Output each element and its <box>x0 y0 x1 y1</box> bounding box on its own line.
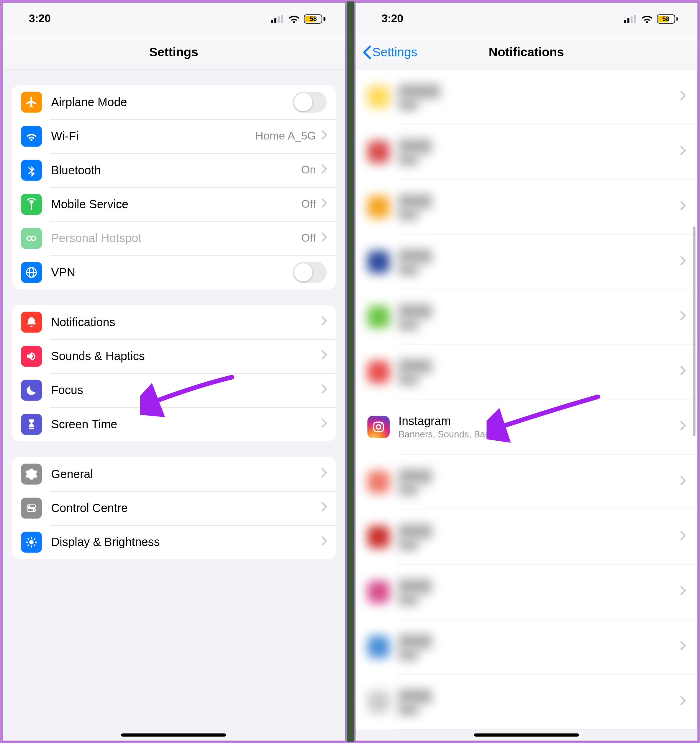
back-button[interactable]: Settings <box>362 35 417 69</box>
battery-icon: 58 <box>657 14 677 24</box>
row-vpn[interactable]: VPN <box>12 255 336 289</box>
page-title: Notifications <box>489 45 564 59</box>
row-notifications[interactable]: Notifications <box>12 305 336 339</box>
status-bar: 3:20 58 <box>355 3 697 35</box>
chevron-right-icon <box>321 418 327 430</box>
settings-content[interactable]: Airplane Mode Wi-Fi Home A_5G Bluetooth … <box>3 69 345 740</box>
row-label: Bluetooth <box>51 163 301 177</box>
bt-value: On <box>301 164 316 177</box>
chevron-right-icon <box>321 199 327 210</box>
cellular-icon <box>271 15 285 23</box>
row-controlcentre[interactable]: Control Centre <box>12 491 336 525</box>
brightness-icon <box>21 532 42 553</box>
row-focus[interactable]: Focus <box>12 373 336 407</box>
svg-point-6 <box>32 236 36 241</box>
row-wifi[interactable]: Wi-Fi Home A_5G <box>12 119 336 153</box>
app-row-blurred[interactable]: ███████ <box>355 289 697 344</box>
row-screentime[interactable]: Screen Time <box>12 407 336 441</box>
chevron-right-icon <box>680 146 686 158</box>
home-indicator[interactable] <box>474 733 579 736</box>
chevron-right-icon <box>680 586 686 598</box>
app-row-blurred[interactable]: ███████ <box>355 675 697 730</box>
chevron-right-icon <box>321 350 327 362</box>
bell-icon <box>21 312 42 333</box>
home-indicator[interactable] <box>121 733 226 736</box>
switches-icon <box>21 497 42 518</box>
app-row-blurred[interactable]: ███████ <box>355 345 697 399</box>
svg-point-12 <box>33 509 35 511</box>
chevron-right-icon <box>680 476 686 488</box>
scroll-indicator[interactable] <box>693 227 695 436</box>
row-label: Control Centre <box>51 501 321 515</box>
chevron-right-icon <box>680 256 686 268</box>
cellular-icon <box>624 15 637 23</box>
globe-icon <box>21 262 42 283</box>
antenna-icon <box>21 194 42 215</box>
row-hotspot[interactable]: Personal Hotspot Off <box>12 221 336 255</box>
row-label: VPN <box>51 266 292 279</box>
back-label: Settings <box>372 45 417 59</box>
gear-icon <box>21 464 42 485</box>
instagram-icon <box>367 416 389 438</box>
hotspot-icon <box>21 228 42 249</box>
svg-rect-1 <box>275 18 277 23</box>
hotspot-value: Off <box>301 232 316 245</box>
notifications-group: Notifications Sounds & Haptics Focus <box>12 305 336 442</box>
app-row-blurred[interactable]: ███████ <box>355 179 697 234</box>
app-row-blurred[interactable]: ███████ <box>355 125 697 179</box>
row-display[interactable]: Display & Brightness <box>12 525 336 559</box>
svg-rect-0 <box>271 20 274 23</box>
svg-point-13 <box>29 540 33 544</box>
airplane-toggle[interactable] <box>292 92 326 113</box>
airplane-icon <box>21 92 42 113</box>
svg-rect-2 <box>278 17 280 23</box>
app-row-blurred[interactable]: ███████ <box>355 564 697 619</box>
svg-point-19 <box>376 425 380 429</box>
chevron-right-icon <box>321 233 327 244</box>
row-label: Display & Brightness <box>51 535 321 549</box>
notifications-content[interactable]: ████████ ███████ ███████ ███████ ███████ <box>355 69 697 740</box>
chevron-right-icon <box>680 366 686 378</box>
app-row-blurred[interactable]: ████████ <box>355 69 697 124</box>
app-row-blurred[interactable]: ███████ <box>355 619 697 674</box>
chevron-right-icon <box>321 164 327 176</box>
app-row-blurred[interactable]: ███████ <box>355 455 697 509</box>
row-mobile[interactable]: Mobile Service Off <box>12 187 336 221</box>
chevron-right-icon <box>680 641 686 653</box>
wifi-icon <box>288 15 300 23</box>
app-row-instagram[interactable]: Instagram Banners, Sounds, Badges <box>355 399 697 454</box>
row-label: General <box>51 467 321 481</box>
vpn-toggle[interactable] <box>292 262 326 283</box>
status-bar: 3:20 58 <box>3 3 345 35</box>
status-time: 3:20 <box>29 12 271 25</box>
svg-point-20 <box>380 423 382 424</box>
chevron-right-icon <box>680 696 686 708</box>
chevron-right-icon <box>321 536 327 548</box>
row-airplane[interactable]: Airplane Mode <box>12 85 336 119</box>
status-time: 3:20 <box>381 12 624 25</box>
row-general[interactable]: General <box>12 457 336 491</box>
hourglass-icon <box>21 414 42 435</box>
svg-point-5 <box>27 236 32 241</box>
moon-icon <box>21 380 42 401</box>
chevron-right-icon <box>680 311 686 323</box>
wifi-row-icon <box>21 126 42 147</box>
screenshot-divider <box>346 1 354 742</box>
wifi-value: Home A_5G <box>256 130 316 143</box>
general-group: General Control Centre Display & Brightn… <box>12 457 336 559</box>
row-bluetooth[interactable]: Bluetooth On <box>12 153 336 187</box>
row-sounds[interactable]: Sounds & Haptics <box>12 339 336 373</box>
row-label: Airplane Mode <box>51 95 292 109</box>
row-label: Personal Hotspot <box>51 231 301 245</box>
svg-rect-3 <box>281 15 283 23</box>
app-row-blurred[interactable]: ███████ <box>355 509 697 564</box>
nav-bar: Settings <box>3 35 345 69</box>
app-row-blurred[interactable]: ███████ <box>355 234 697 289</box>
app-subtitle: Banners, Sounds, Badges <box>399 428 680 440</box>
speaker-icon <box>21 346 42 366</box>
row-label: Sounds & Haptics <box>51 349 321 363</box>
chevron-right-icon <box>321 316 327 328</box>
app-list: ████████ ███████ ███████ ███████ ███████ <box>355 69 697 730</box>
svg-rect-14 <box>624 20 626 23</box>
svg-rect-17 <box>634 15 636 23</box>
